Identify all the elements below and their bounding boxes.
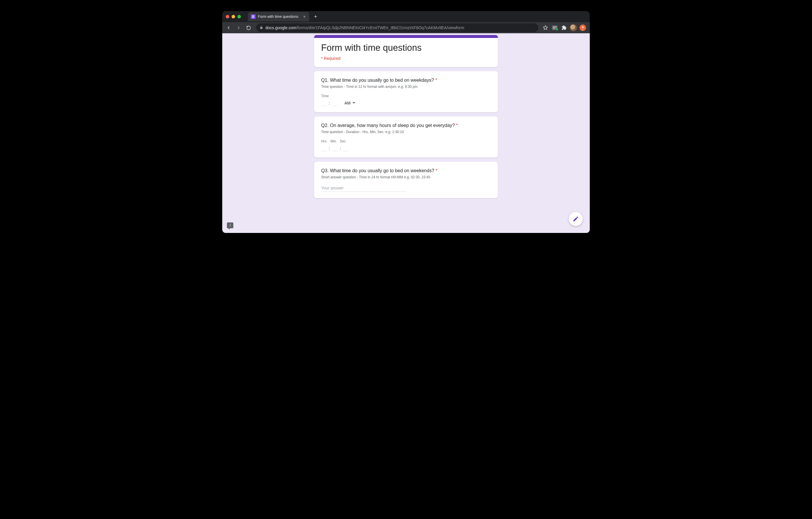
q2-duration-labels: Hrs Min Sec	[321, 139, 491, 143]
minimize-window-button[interactable]	[232, 15, 235, 18]
required-asterisk: *	[435, 78, 437, 83]
page-viewport: Form with time questions * Required Q1. …	[222, 33, 590, 233]
time-colon: :	[328, 101, 330, 105]
mail-extension-icon[interactable]	[551, 24, 558, 31]
browser-window: Form with time questions × + docs.google…	[222, 11, 590, 233]
q1-description: Time question - Time in 12 hr format wit…	[321, 85, 491, 89]
form-container: Form with time questions * Required Q1. …	[314, 33, 498, 198]
profile-badge-icon[interactable]	[579, 24, 586, 31]
q2-duration-input-row: : :	[321, 145, 491, 151]
window-controls	[226, 15, 241, 18]
chevron-down-icon	[352, 102, 355, 104]
titlebar: Form with time questions × +	[222, 11, 590, 22]
q2-seconds-input[interactable]	[343, 145, 349, 151]
question-card-q3: Q3. What time do you usually go to bed o…	[314, 162, 498, 198]
q1-hour-input[interactable]	[321, 100, 326, 106]
browser-tab[interactable]: Form with time questions ×	[248, 12, 309, 21]
q2-hours-input[interactable]	[321, 145, 326, 151]
duration-colon: :	[339, 146, 342, 151]
required-asterisk: *	[456, 123, 458, 128]
new-tab-button[interactable]: +	[312, 12, 320, 21]
back-button[interactable]	[225, 24, 233, 32]
close-tab-button[interactable]: ×	[303, 14, 306, 19]
extensions-puzzle-icon[interactable]	[560, 24, 568, 31]
lock-icon	[260, 26, 263, 30]
q2-title: Q2. On average, how many hours of sleep …	[321, 123, 491, 128]
url-text: docs.google.com/forms/d/e/1FAIpQLSdp2NBN…	[265, 25, 464, 30]
q1-minute-input[interactable]	[332, 100, 338, 106]
forward-button[interactable]	[234, 24, 243, 32]
reload-button[interactable]	[244, 24, 253, 32]
q1-time-label: Time	[321, 94, 491, 98]
report-problem-button[interactable]: !	[227, 222, 233, 228]
address-bar[interactable]: docs.google.com/forms/d/e/1FAIpQLSdp2NBN…	[256, 23, 539, 32]
q1-time-input-row: : AM	[321, 100, 491, 106]
required-note: * Required	[321, 56, 491, 61]
q1-ampm-dropdown[interactable]: AM	[344, 101, 355, 105]
q2-min-label: Min	[330, 139, 337, 143]
question-card-q1: Q1. What time do you usually go to bed o…	[314, 71, 498, 112]
form-title: Form with time questions	[321, 43, 491, 53]
tab-title: Form with time questions	[258, 15, 300, 19]
q1-ampm-label: AM	[344, 101, 351, 105]
required-asterisk: *	[435, 168, 437, 173]
q2-description: Time question - Duration - Hrs, Min, Sec…	[321, 130, 491, 134]
q3-description: Short answer question - Time in 24 hr fo…	[321, 175, 491, 179]
q1-title: Q1. What time do you usually go to bed o…	[321, 78, 491, 83]
forms-favicon-icon	[251, 14, 256, 19]
q2-sec-label: Sec	[340, 139, 346, 143]
browser-toolbar: docs.google.com/forms/d/e/1FAIpQLSdp2NBN…	[222, 22, 590, 33]
question-card-q2: Q2. On average, how many hours of sleep …	[314, 116, 498, 158]
profile-avatar[interactable]	[570, 24, 577, 31]
edit-form-fab[interactable]	[569, 212, 583, 226]
q3-short-answer-input[interactable]	[321, 185, 407, 192]
q3-title: Q3. What time do you usually go to bed o…	[321, 168, 491, 173]
form-header-card: Form with time questions * Required	[314, 35, 498, 67]
q2-minutes-input[interactable]	[332, 145, 338, 151]
bookmark-star-icon[interactable]	[542, 24, 549, 31]
toolbar-right	[542, 24, 587, 31]
duration-colon: :	[328, 146, 330, 151]
maximize-window-button[interactable]	[237, 15, 241, 18]
q2-hrs-label: Hrs	[321, 139, 327, 143]
close-window-button[interactable]	[226, 15, 229, 18]
